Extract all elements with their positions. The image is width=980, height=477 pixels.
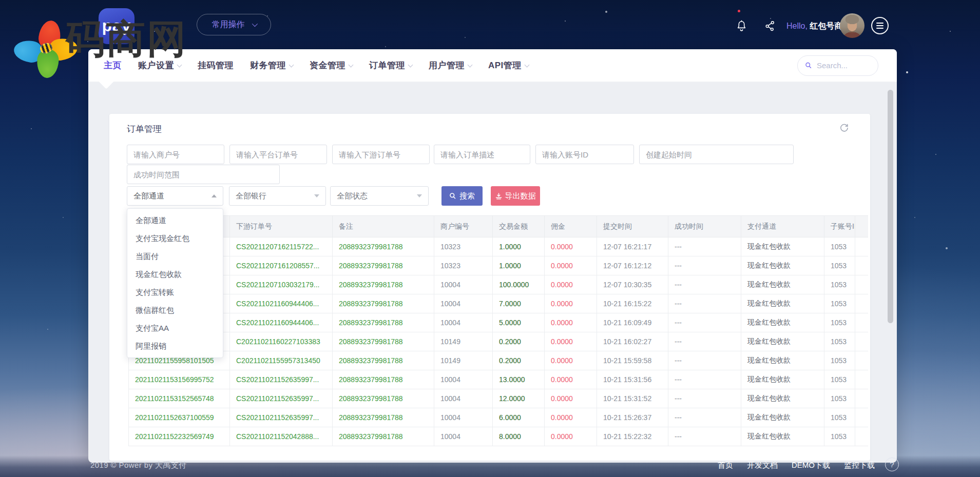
search-button[interactable]: 搜索 xyxy=(441,186,483,206)
footer-link-home[interactable]: 首页 xyxy=(718,461,733,470)
cell-commission: 0.0000 xyxy=(545,294,597,313)
cell-pay-channel: 现金红包收款 xyxy=(741,389,824,408)
cell-platform-order: 20211021152232569749 xyxy=(129,427,230,446)
avatar[interactable] xyxy=(840,13,864,38)
cell-downstream-order: CS20211021152042888... xyxy=(230,427,333,446)
cell-sub-account: 1053 xyxy=(824,408,855,427)
channel-dropdown-option[interactable]: 支付宝现金红包 xyxy=(127,229,223,247)
table-header-cell: 佣金 xyxy=(545,216,597,237)
page: pay 常用操作 Hello, 红包号商 主页 账户设置 挂码管理 财务管理 资… xyxy=(0,0,980,477)
cell-sub-account: 1053 xyxy=(824,389,855,408)
cell-clipped xyxy=(855,237,869,256)
bell-icon[interactable] xyxy=(735,19,748,34)
share-icon[interactable] xyxy=(763,19,777,34)
nav-item-finance-management[interactable]: 财务管理 xyxy=(242,59,301,71)
channel-dropdown-option[interactable]: 支付宝转账 xyxy=(127,283,223,301)
cell-success-time: --- xyxy=(668,427,741,446)
footer-link-monitor-download[interactable]: 监控下载 xyxy=(844,461,875,470)
cell-clipped xyxy=(855,370,869,389)
menu-icon[interactable] xyxy=(871,17,889,34)
cell-sub-account: 1053 xyxy=(824,256,855,275)
cell-sub-account: 1053 xyxy=(824,370,855,389)
status-select[interactable]: 全部状态 xyxy=(330,186,429,206)
table-header-cell: 支付通道 xyxy=(741,216,824,237)
cell-downstream-order: CS20211021160944406... xyxy=(230,313,333,332)
quick-actions-button[interactable]: 常用操作 xyxy=(197,14,271,35)
downstream-order-input[interactable] xyxy=(332,145,430,164)
cell-amount: 6.0000 xyxy=(493,408,545,427)
channel-dropdown-option[interactable]: 当面付 xyxy=(127,247,223,265)
cell-clipped xyxy=(855,351,869,370)
cell-merchant-id: 10004 xyxy=(434,370,493,389)
cell-downstream-order: CS20211021152635997... xyxy=(230,389,333,408)
cell-remark: 2088932379981788 xyxy=(333,275,434,294)
cell-downstream-order: CS20211021160944406... xyxy=(230,294,333,313)
table-header-cell: 子账号ID xyxy=(824,216,855,237)
channel-dropdown-option[interactable]: 微信群红包 xyxy=(127,301,223,319)
cell-downstream-order: C20211021160227103383 xyxy=(230,332,333,351)
channel-dropdown-option[interactable]: 阿里报销 xyxy=(127,337,223,355)
cell-platform-order: 20211021152637100559 xyxy=(129,408,230,427)
nav-item-account-settings[interactable]: 账户设置 xyxy=(130,59,189,71)
merchant-id-input[interactable] xyxy=(127,145,224,164)
create-time-input[interactable] xyxy=(639,145,794,164)
page-scrollbar-thumb[interactable] xyxy=(888,90,893,323)
table-row: 20211021152232569749 CS20211021152042888… xyxy=(129,427,869,446)
caret-down-icon xyxy=(417,194,422,197)
search-icon xyxy=(805,61,812,70)
cell-downstream-order: CS20211207103032179... xyxy=(230,275,333,294)
cell-merchant-id: 10004 xyxy=(434,389,493,408)
order-description-input[interactable] xyxy=(434,145,530,164)
cell-submit-time: 10-21 15:22:32 xyxy=(597,427,668,446)
cell-success-time: --- xyxy=(668,294,741,313)
cell-clipped xyxy=(855,389,869,408)
cell-downstream-order: CS20211207162115722... xyxy=(230,237,333,256)
footer-link-demo-download[interactable]: DEMO下载 xyxy=(792,461,830,470)
cell-success-time: --- xyxy=(668,256,741,275)
nav-item-api-management[interactable]: API管理 xyxy=(480,59,537,71)
cell-sub-account: 1053 xyxy=(824,427,855,446)
channel-select[interactable]: 全部通道 xyxy=(127,186,223,206)
channel-dropdown-option[interactable]: 现金红包收款 xyxy=(127,265,223,283)
cell-submit-time: 10-21 15:31:56 xyxy=(597,370,668,389)
background-stars xyxy=(0,0,1,1)
nav-item-qrcode-management[interactable]: 挂码管理 xyxy=(189,59,242,71)
cell-remark: 2088932379981788 xyxy=(333,256,434,275)
nav-item-funds-management[interactable]: 资金管理 xyxy=(301,59,361,71)
bee-icon xyxy=(39,42,53,55)
bank-select[interactable]: 全部银行 xyxy=(229,186,326,206)
nav-item-home[interactable]: 主页 xyxy=(95,59,130,71)
cell-remark: 2088932379981788 xyxy=(333,313,434,332)
cell-downstream-order: C20211021155957313450 xyxy=(230,351,333,370)
cell-amount: 1.0000 xyxy=(493,256,545,275)
cell-commission: 0.0000 xyxy=(545,370,597,389)
global-search xyxy=(797,55,878,76)
cell-amount: 0.2000 xyxy=(493,351,545,370)
export-data-button[interactable]: 导出数据 xyxy=(491,186,540,206)
account-id-input[interactable] xyxy=(535,145,634,164)
cell-clipped xyxy=(855,427,869,446)
success-time-range-input[interactable] xyxy=(127,165,280,184)
nav-item-user-management[interactable]: 用户管理 xyxy=(420,59,480,71)
cell-sub-account: 1053 xyxy=(824,351,855,370)
help-icon[interactable]: ? xyxy=(885,458,899,471)
channel-dropdown-option[interactable]: 全部通道 xyxy=(127,211,223,229)
cell-pay-channel: 现金红包收款 xyxy=(741,351,824,370)
platform-order-input[interactable] xyxy=(229,145,327,164)
table-header-row: 下游订单号备注商户编号交易金额佣金提交时间成功时间支付通道子账号ID xyxy=(129,216,869,237)
channel-dropdown-option[interactable]: 支付宝AA xyxy=(127,319,223,337)
table-header-cell: 交易金额 xyxy=(493,216,545,237)
cell-submit-time: 12-07 16:12:12 xyxy=(597,256,668,275)
footer-links: 首页 开发文档 DEMO下载 监控下载 xyxy=(718,461,875,470)
nav-item-order-management[interactable]: 订单管理 xyxy=(361,59,420,71)
cell-submit-time: 10-21 16:15:22 xyxy=(597,294,668,313)
table-header-cell xyxy=(855,216,869,237)
cell-merchant-id: 10004 xyxy=(434,294,493,313)
table-header-cell: 提交时间 xyxy=(597,216,668,237)
cell-submit-time: 10-21 15:59:58 xyxy=(597,351,668,370)
search-input[interactable] xyxy=(817,61,871,70)
refresh-icon[interactable] xyxy=(839,123,850,133)
table-row: CS20211207162115722... 2088932379981788 … xyxy=(129,237,869,256)
cell-submit-time: 10-21 16:09:49 xyxy=(597,313,668,332)
footer-link-dev-docs[interactable]: 开发文档 xyxy=(747,461,778,470)
